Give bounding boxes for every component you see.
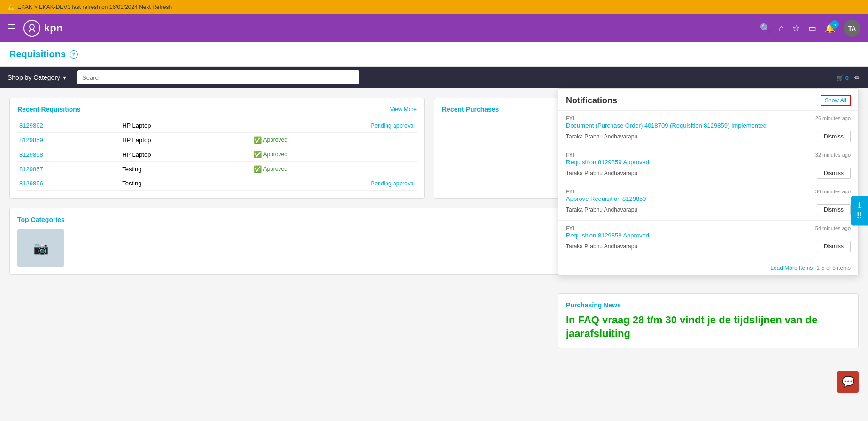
page-title-text: Requisitions bbox=[9, 49, 66, 60]
main-content: Recent Requisitions View More 8129862HP … bbox=[0, 88, 868, 293]
load-more-link[interactable]: Load More Items bbox=[770, 265, 813, 271]
recent-purchases-title: Recent Purchases bbox=[442, 106, 499, 113]
table-row: 8129856TestingPending approval bbox=[17, 176, 417, 191]
status-approved: ✅Approved bbox=[254, 165, 415, 173]
notif-link[interactable]: Document (Purchase Order) 4018709 (Requi… bbox=[566, 122, 851, 129]
purchasing-news-title: Purchasing News bbox=[566, 301, 851, 309]
notif-fyi-label: FYI bbox=[566, 152, 574, 158]
warning-icon: ⚠️ bbox=[8, 4, 15, 10]
req-status: ✅Approved bbox=[252, 162, 417, 176]
req-id-link[interactable]: 8129857 bbox=[19, 166, 43, 173]
notif-link[interactable]: Requisition 8129859 Approved bbox=[566, 159, 851, 166]
notif-person: Taraka Prabhu Andhavarapu bbox=[566, 170, 637, 176]
req-status: ✅Approved bbox=[252, 133, 417, 147]
notification-item: FYI 26 minutes ago Document (Purchase Or… bbox=[558, 111, 858, 147]
table-row: 8129858HP Laptop✅Approved bbox=[17, 147, 417, 162]
svg-point-0 bbox=[30, 24, 34, 29]
notification-item: FYI 34 minutes ago Approve Requisition 8… bbox=[558, 184, 858, 221]
table-row: 8129862HP LaptopPending approval bbox=[17, 119, 417, 133]
notif-person-dismiss: Taraka Prabhu Andhavarapu Dismiss bbox=[566, 204, 851, 215]
notif-fyi-label: FYI bbox=[566, 225, 574, 231]
notif-fyi-label: FYI bbox=[566, 115, 574, 121]
monitor-icon[interactable]: ▭ bbox=[808, 23, 816, 33]
notif-link[interactable]: Requisition 8129858 Approved bbox=[566, 232, 851, 239]
user-avatar[interactable]: TA bbox=[844, 20, 860, 37]
notification-item: FYI 32 minutes ago Requisition 8129859 A… bbox=[558, 147, 858, 184]
header-left: ☰ kpn bbox=[8, 20, 62, 37]
dismiss-button[interactable]: Dismiss bbox=[817, 168, 851, 179]
notification-icon[interactable]: 🔔 6 bbox=[825, 23, 835, 33]
shop-by-category-button[interactable]: Shop by Category ▾ bbox=[8, 74, 72, 81]
chevron-down-icon: ▾ bbox=[63, 74, 66, 81]
notif-person: Taraka Prabhu Andhavarapu bbox=[566, 207, 637, 213]
req-name: HP Laptop bbox=[113, 133, 251, 147]
edit-button[interactable]: ✏ bbox=[854, 73, 860, 82]
notification-item: FYI 54 minutes ago Requisition 8129858 A… bbox=[558, 221, 858, 257]
notification-badge: 6 bbox=[830, 20, 839, 29]
req-id-link[interactable]: 8129862 bbox=[19, 122, 43, 129]
recent-req-title: Recent Requisitions bbox=[17, 106, 81, 113]
info-icon: ℹ bbox=[858, 200, 861, 209]
req-id-link[interactable]: 8129858 bbox=[19, 151, 43, 158]
status-pending: Pending approval bbox=[371, 180, 415, 187]
notifications-footer: Load More Items 1-5 of 8 items bbox=[558, 261, 858, 275]
notif-person-dismiss: Taraka Prabhu Andhavarapu Dismiss bbox=[566, 241, 851, 252]
notif-time: 34 minutes ago bbox=[815, 189, 851, 194]
req-name: HP Laptop bbox=[113, 147, 251, 162]
search-icon[interactable]: 🔍 bbox=[760, 23, 770, 33]
req-status: Pending approval bbox=[252, 176, 417, 191]
toolbar-right: 🛒 0 ✏ bbox=[836, 73, 860, 82]
notifications-panel: Notifications Show All FYI 26 minutes ag… bbox=[558, 88, 859, 276]
req-name: HP Laptop bbox=[113, 119, 251, 133]
purchasing-news-card: Purchasing News In FAQ vraag 28 t/m 30 v… bbox=[558, 293, 859, 348]
notif-person-dismiss: Taraka Prabhu Andhavarapu Dismiss bbox=[566, 168, 851, 179]
status-approved: ✅Approved bbox=[254, 151, 415, 158]
notif-time: 26 minutes ago bbox=[815, 115, 851, 121]
home-icon[interactable]: ⌂ bbox=[779, 23, 784, 33]
notif-person-dismiss: Taraka Prabhu Andhavarapu Dismiss bbox=[566, 131, 851, 142]
items-count: 1-5 of 8 items bbox=[816, 265, 851, 271]
notif-link[interactable]: Approve Requisition 8129859 bbox=[566, 195, 851, 202]
notif-time: 54 minutes ago bbox=[815, 225, 851, 231]
purchasing-news-headline: In FAQ vraag 28 t/m 30 vindt je de tijds… bbox=[566, 314, 851, 340]
req-name: Testing bbox=[113, 176, 251, 191]
req-id-link[interactable]: 8129859 bbox=[19, 137, 43, 144]
warning-bar: ⚠️ EKAK > EKAK-DEV3 last refresh on 16/0… bbox=[0, 0, 868, 14]
help-icon[interactable]: ? bbox=[70, 50, 78, 59]
notif-fyi-row: FYI 54 minutes ago bbox=[566, 225, 851, 231]
dismiss-button[interactable]: Dismiss bbox=[817, 241, 851, 252]
req-name: Testing bbox=[113, 162, 251, 176]
page-title: Requisitions ? bbox=[9, 49, 859, 60]
req-status: ✅Approved bbox=[252, 147, 417, 162]
cart-icon[interactable]: 🛒 bbox=[836, 74, 844, 81]
header: ☰ kpn 🔍 ⌂ ☆ ▭ 🔔 6 TA bbox=[0, 14, 868, 42]
status-approved: ✅Approved bbox=[254, 136, 415, 144]
notifications-title: Notifications bbox=[566, 96, 617, 106]
notifications-header: Notifications Show All bbox=[558, 89, 858, 111]
bottom-left bbox=[9, 293, 549, 348]
show-all-button[interactable]: Show All bbox=[821, 95, 851, 106]
recent-requisitions-card: Recent Requisitions View More 8129862HP … bbox=[9, 98, 425, 199]
category-image-placeholder: 📷 bbox=[17, 229, 64, 267]
header-right: 🔍 ⌂ ☆ ▭ 🔔 6 TA bbox=[760, 20, 860, 37]
warning-text: EKAK > EKAK-DEV3 last refresh on 16/01/2… bbox=[17, 4, 172, 10]
notif-fyi-row: FYI 32 minutes ago bbox=[566, 152, 851, 158]
star-icon[interactable]: ☆ bbox=[792, 23, 800, 33]
toolbar: Shop by Category ▾ 🛒 0 ✏ bbox=[0, 67, 868, 88]
floating-info-button[interactable]: ℹ ⠿ bbox=[851, 196, 868, 225]
notification-item: FYI 1 hour ago Document (Purchase Order)… bbox=[558, 257, 858, 261]
grid-dots-icon: ⠿ bbox=[856, 210, 863, 221]
dismiss-button[interactable]: Dismiss bbox=[817, 204, 851, 215]
table-row: 8129857Testing✅Approved bbox=[17, 162, 417, 176]
dismiss-button[interactable]: Dismiss bbox=[817, 131, 851, 142]
notif-person: Taraka Prabhu Andhavarapu bbox=[566, 133, 637, 140]
logo: kpn bbox=[23, 20, 62, 37]
cart-area: 🛒 0 bbox=[836, 74, 849, 81]
req-id-link[interactable]: 8129856 bbox=[19, 180, 43, 187]
view-more-link[interactable]: View More bbox=[390, 106, 417, 113]
hamburger-icon[interactable]: ☰ bbox=[8, 23, 16, 34]
requisitions-table: 8129862HP LaptopPending approval8129859H… bbox=[17, 119, 417, 191]
search-input[interactable] bbox=[78, 70, 359, 84]
notif-fyi-row: FYI 26 minutes ago bbox=[566, 115, 851, 121]
cart-count: 0 bbox=[845, 74, 849, 81]
